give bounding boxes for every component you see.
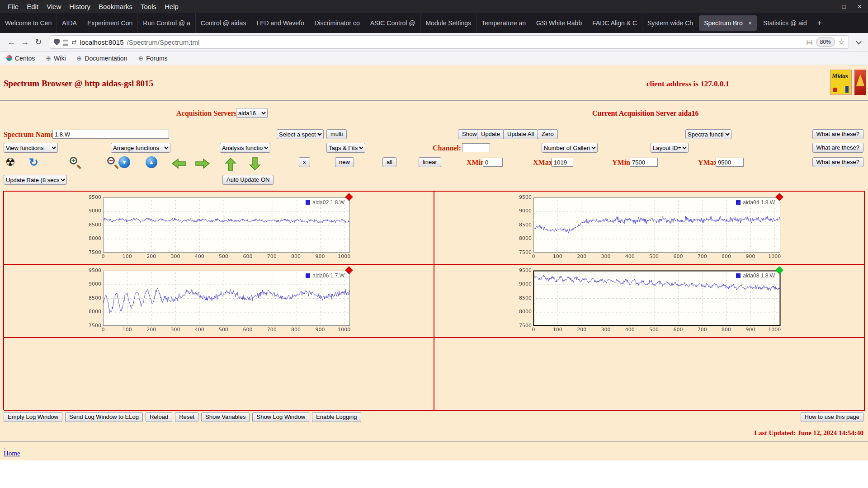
bookmark-wiki[interactable]: ⊕Wiki [46, 55, 66, 62]
bookmark-forums[interactable]: ⊕Forums [138, 55, 167, 62]
xmin-input[interactable] [483, 158, 503, 167]
show-log-window-button[interactable]: Show Log Window [252, 412, 309, 422]
channel-input[interactable] [462, 143, 490, 152]
what-are-these-button-3[interactable]: What are these? [812, 157, 863, 167]
spectrum-plot-aida08[interactable]: aida08 1.8.W [514, 267, 785, 335]
spectrum-name-input[interactable] [52, 130, 169, 139]
tab-experiment[interactable]: Experiment Con [82, 13, 137, 33]
move-right-icon[interactable] [195, 158, 211, 169]
move-left-icon[interactable] [171, 158, 186, 169]
linear-button[interactable]: linear [419, 157, 441, 167]
refresh-icon[interactable]: ↻ [29, 156, 38, 168]
zoom-in-icon[interactable]: + [69, 156, 82, 169]
zoom-level-badge[interactable]: 80% [816, 38, 835, 47]
update-all-button[interactable]: Update All [503, 129, 538, 139]
move-up-icon[interactable] [225, 157, 236, 171]
shift-up-icon[interactable]: ▲ [146, 156, 157, 168]
arrange-functions-dropdown[interactable]: Arrange functions [111, 143, 170, 153]
shift-down-icon[interactable]: ▼ [118, 156, 130, 168]
empty-log-window-button[interactable]: Empty Log Window [4, 412, 62, 422]
home-link[interactable]: Home [4, 450, 20, 457]
tab-system-wide[interactable]: System wide Ch [642, 13, 698, 33]
layout-id-dropdown[interactable]: Layout ID=8 [651, 143, 689, 153]
what-are-these-button-2[interactable]: What are these? [812, 143, 863, 153]
tracking-shield-icon[interactable] [54, 39, 60, 46]
url-bar[interactable]: ⇄ localhost:8015/Spectrum/Spectrum.tml ▤… [50, 35, 849, 49]
tab-spectrum-browser[interactable]: Spectrum Bro × [699, 15, 757, 31]
menu-bookmarks[interactable]: Bookmarks [94, 3, 137, 10]
tab-close-icon[interactable]: × [748, 19, 752, 27]
menu-help[interactable]: Help [160, 3, 183, 10]
auto-update-button[interactable]: Auto Update ON [222, 175, 274, 185]
reset-button[interactable]: Reset [175, 412, 198, 422]
menu-edit[interactable]: Edit [23, 3, 42, 10]
view-functions-dropdown[interactable]: View functions [4, 143, 58, 153]
bookmark-documentation[interactable]: ⊕Documentation [77, 55, 127, 62]
acq-server-select[interactable]: aida16 [236, 108, 268, 118]
zero-button[interactable]: Zero [538, 129, 558, 139]
spectrum-plot-aida02[interactable]: aida02 1.8.W [83, 194, 354, 262]
reload-button[interactable]: Reload [146, 412, 172, 422]
all-button[interactable]: all [382, 157, 396, 167]
multi-button[interactable]: multi [326, 129, 347, 139]
show-variables-button[interactable]: Show Variables [201, 412, 250, 422]
gallery-cell-3[interactable]: aida06 1.7.W [4, 265, 434, 338]
minimize-icon[interactable]: — [825, 3, 830, 10]
gallery-cell-2[interactable]: aida04 1.8.W [434, 192, 865, 265]
enable-logging-button[interactable]: Enable Logging [312, 412, 361, 422]
analysis-functions-dropdown[interactable]: Analysis functions [220, 143, 270, 153]
update-rate-dropdown[interactable]: Update Rate (8 secs) [4, 175, 67, 185]
tab-module-settings[interactable]: Module Settings [420, 13, 476, 33]
how-to-use-button[interactable]: How to use this page [801, 412, 863, 422]
gallery-cell-empty-2[interactable] [434, 338, 865, 411]
tags-fits-dropdown[interactable]: Tags & Fits [326, 143, 365, 153]
maximize-icon[interactable]: □ [842, 3, 846, 10]
bookmark-centos[interactable]: Centos [6, 55, 35, 62]
bookmark-star-icon[interactable]: ☆ [838, 38, 845, 47]
menu-file[interactable]: File [4, 3, 23, 10]
select-spectrum-dropdown[interactable]: Select a spectrum [277, 129, 324, 139]
gallery-cell-1[interactable]: aida02 1.8.W [4, 192, 434, 265]
spectrum-plot-aida04[interactable]: aida04 1.8.W [514, 194, 785, 262]
ymin-input[interactable] [630, 158, 658, 167]
tab-welcome[interactable]: Welcome to Cen [0, 13, 57, 33]
tab-run-control[interactable]: Run Control @ a [137, 13, 195, 33]
close-window-icon[interactable]: × [858, 3, 862, 11]
number-of-galleries-dropdown[interactable]: Number of Galleries [542, 143, 598, 153]
back-icon[interactable]: ← [5, 35, 18, 49]
tab-temperature[interactable]: Temperature an [476, 13, 531, 33]
forward-icon[interactable]: → [18, 35, 32, 49]
spectrum-plot-aida06[interactable]: aida06 1.7.W [83, 267, 354, 335]
menu-history[interactable]: History [65, 3, 94, 10]
reader-mode-icon[interactable]: ▤ [807, 38, 813, 46]
send-log-to-elog-button[interactable]: Send Log Window to ELog [65, 412, 143, 422]
midas-logo[interactable]: Midas [830, 70, 852, 95]
tab-asic-control[interactable]: ASIC Control @ [365, 13, 420, 33]
zoom-out-icon[interactable]: − [107, 156, 119, 169]
permissions-icon[interactable]: ⇄ [71, 38, 77, 46]
menu-tools[interactable]: Tools [137, 3, 160, 10]
menu-view[interactable]: View [42, 3, 65, 10]
update-button[interactable]: Update [477, 129, 504, 139]
reload-icon[interactable]: ↻ [32, 35, 45, 49]
gallery-cell-4[interactable]: aida08 1.8.W [434, 265, 865, 338]
tab-control[interactable]: Control @ aidas [195, 13, 251, 33]
move-down-icon[interactable] [249, 157, 261, 171]
x-button[interactable]: x [299, 157, 310, 167]
xmax-input[interactable] [552, 158, 573, 167]
ymax-input[interactable] [716, 158, 744, 167]
tab-discriminator[interactable]: Discriminator co [309, 13, 364, 33]
spectra-functions-dropdown[interactable]: Spectra functions [685, 129, 731, 139]
tab-white-rabbit[interactable]: GSI White Rabb [531, 13, 587, 33]
tab-led-waveform[interactable]: LED and Wavefo [251, 13, 309, 33]
page-info-icon[interactable] [63, 39, 68, 46]
tab-fadc-align[interactable]: FADC Align & C [587, 13, 642, 33]
tab-aida[interactable]: AIDA [57, 13, 82, 33]
what-are-these-button-1[interactable]: What are these? [812, 129, 863, 139]
gsi-logo[interactable] [854, 70, 866, 95]
new-tab-button[interactable]: + [812, 13, 827, 33]
gallery-cell-empty-1[interactable] [4, 338, 434, 411]
tab-statistics[interactable]: Statistics @ aid [758, 13, 812, 33]
pocket-icon[interactable] [854, 37, 863, 47]
new-button[interactable]: new [335, 157, 354, 167]
